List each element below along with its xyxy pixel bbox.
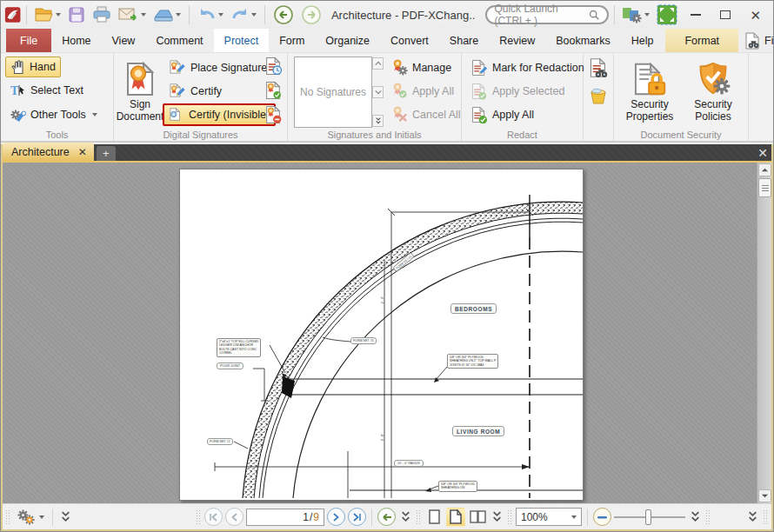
separator [189,5,190,24]
last-page-button[interactable] [348,508,366,526]
tab-review[interactable]: Review [489,29,545,52]
zoom-slider[interactable] [614,509,685,526]
sessions-button[interactable] [619,3,652,26]
tab-form[interactable]: Form [269,29,315,52]
redo-button[interactable] [228,3,259,26]
previous-page-button[interactable] [225,508,244,526]
group-document-security: Security Properties Security Policies Do… [614,53,749,141]
sessions-dropdown[interactable] [644,13,650,17]
undo-button[interactable] [195,3,226,26]
apply-all-signatures-button[interactable]: Apply All [386,80,459,102]
select-text-button[interactable]: T Select Text [5,81,89,100]
scrollbar-thumb[interactable] [758,178,771,197]
zoom-out-button[interactable] [593,508,611,526]
tab-convert[interactable]: Convert [380,29,439,52]
zoom-slider-handle[interactable] [645,509,651,525]
validate-signatures-button[interactable] [262,79,284,102]
fit-page-view-button[interactable] [446,508,465,527]
sign-document-button[interactable]: Sign Document [117,56,163,127]
two-page-view-button[interactable] [468,508,487,527]
scrollbar-up-button[interactable] [758,163,771,176]
page-number-input[interactable]: 1/9 [246,509,324,526]
minimize-button[interactable] [691,14,701,16]
signatures-listbox[interactable]: No Signatures [294,57,372,128]
group-label-document-security: Document Security [614,130,748,140]
first-page-button[interactable] [204,508,223,526]
certify-invisible-button[interactable]: Certify (Invisible) [163,103,276,126]
tab-format[interactable]: Format [674,35,730,47]
security-policies-button[interactable]: Security Policies [685,56,741,127]
group-label-digital-signatures: Digital Signatures [114,130,287,140]
scan-dropdown[interactable] [176,13,181,17]
back-view-button[interactable] [270,3,297,26]
scroll-up-button[interactable] [372,57,384,70]
email-dropdown[interactable] [141,13,146,17]
close-document-button[interactable]: ✕ [757,146,768,160]
tab-home[interactable]: Home [51,29,101,52]
next-page-button[interactable] [327,508,345,526]
other-tools-button[interactable]: Other Tools [5,105,103,124]
maximize-button[interactable] [720,10,731,19]
cancel-all-signatures-button[interactable]: Cancel All [386,103,466,125]
tab-help[interactable]: Help [621,29,664,52]
scroll-down-button[interactable] [372,86,384,98]
apply-all-redactions-button[interactable]: Apply All [466,103,539,126]
security-properties-icon [632,61,667,97]
certify-button[interactable]: Certify [164,80,227,102]
mark-for-redaction-button[interactable]: Mark for Redaction [466,57,590,79]
single-page-view-button[interactable] [424,508,444,527]
close-button[interactable]: ✕ [750,9,761,22]
mark-redaction-label: Mark for Redaction [492,62,584,74]
tab-organize[interactable]: Organize [315,29,380,52]
apply-selected-label: Apply Selected [492,85,564,97]
ribbon-spacer [749,53,773,141]
other-tools-dropdown[interactable] [92,113,97,116]
status-options-button[interactable] [14,506,47,529]
undo-dropdown[interactable] [218,13,224,17]
document-area[interactable]: BEDROOMS LIVING ROOM FORM SET #3 FORM SE… [3,163,771,503]
forward-view-button[interactable] [298,3,324,26]
security-policies-label: Security Policies [687,99,739,123]
redo-dropdown[interactable] [251,13,257,17]
tab-share[interactable]: Share [439,29,489,52]
tab-view[interactable]: View [102,29,146,52]
room-label-living-room: LIVING ROOM [452,426,504,436]
scan-button[interactable] [150,3,183,26]
save-button[interactable] [65,3,88,26]
tab-file[interactable]: File [6,29,51,52]
fullscreen-button[interactable] [654,3,680,26]
open-button[interactable] [32,3,63,26]
tab-comment[interactable]: Comment [145,29,213,52]
zoom-level-select[interactable]: 100% [516,508,582,526]
status-options-dropdown[interactable] [39,515,44,519]
pdf-page[interactable]: BEDROOMS LIVING ROOM FORM SET #3 FORM SE… [179,169,584,501]
layout-options-expand-button[interactable] [490,506,504,529]
scrollbar-down-button[interactable] [758,489,771,502]
print-button[interactable] [90,3,114,26]
security-properties-button[interactable]: Security Properties [621,56,678,127]
place-signature-button[interactable]: Place Signature [164,57,272,78]
zoom-expand-button[interactable] [688,506,703,529]
search-and-redact-button[interactable] [587,57,610,79]
document-tab-close-icon[interactable]: ✕ [78,146,87,158]
timestamp-button[interactable] [262,55,284,77]
more-toolbars-button[interactable] [745,506,760,529]
clear-signatures-button[interactable] [262,103,284,126]
find-label[interactable]: Find... [764,35,774,47]
open-dropdown[interactable] [56,13,61,17]
email-button[interactable] [116,3,149,26]
view-history-expand-button[interactable] [398,506,413,529]
sanitize-button[interactable] [587,84,610,107]
new-tab-button[interactable]: + [97,146,116,161]
tab-bookmarks[interactable]: Bookmarks [545,29,621,52]
expand-toolbar-button[interactable] [58,506,73,529]
vertical-scrollbar[interactable] [757,163,771,503]
hand-tool-button[interactable]: Hand [5,57,61,77]
scroll-page-down-button[interactable] [372,115,384,127]
apply-selected-button[interactable]: Apply Selected [466,80,570,103]
previous-view-button[interactable] [377,508,396,526]
tab-protect[interactable]: Protect [214,29,270,52]
document-tab-architecture[interactable]: Architecture ✕ [3,143,94,161]
quick-launch-input[interactable]: Quick Launch (CTRL+.) [485,5,608,24]
manage-signatures-button[interactable]: Manage [386,57,457,78]
